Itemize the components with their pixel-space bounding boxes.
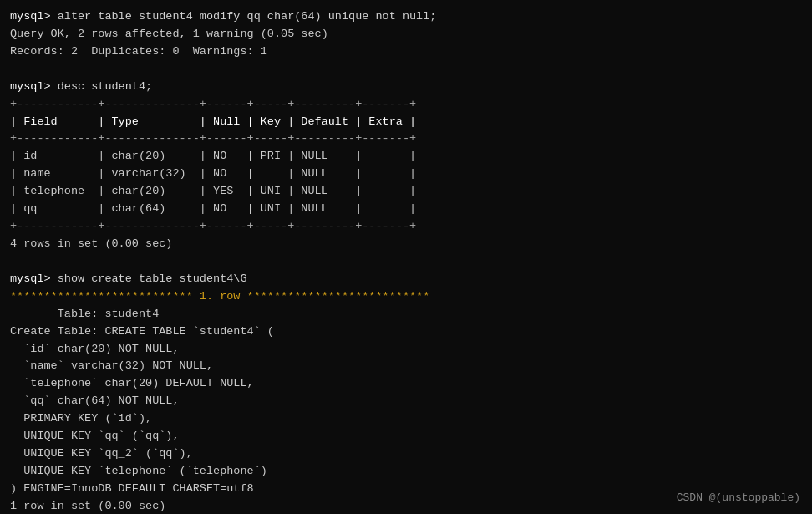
terminal-line: PRIMARY KEY (`id`), [10, 410, 802, 428]
terminal-line: +------------+--------------+------+----… [10, 96, 802, 114]
terminal-line: Query OK, 2 rows affected, 1 warning (0.… [10, 26, 802, 43]
terminal-line: UNIQUE KEY `qq` (`qq`), [10, 428, 802, 445]
terminal-content: mysql> alter table student4 modify qq ch… [10, 8, 802, 514]
terminal-line: mysql> desc student4; [10, 79, 802, 96]
terminal-line: Table: student4 [10, 306, 802, 323]
terminal-line: UNIQUE KEY `qq_2` (`qq`), [10, 445, 802, 463]
terminal-line: | Field | Type | Null | Key | Default | … [10, 114, 802, 131]
terminal-line: +------------+--------------+------+----… [10, 218, 802, 236]
terminal-line: `telephone` char(20) DEFAULT NULL, [10, 375, 802, 393]
terminal-line: *************************** 1. row *****… [10, 288, 802, 306]
terminal-line: +------------+--------------+------+----… [10, 130, 802, 148]
terminal-line [10, 253, 802, 271]
terminal-line [10, 61, 802, 79]
terminal-window[interactable]: mysql> alter table student4 modify qq ch… [0, 0, 812, 514]
terminal-line: mysql> alter table student4 modify qq ch… [10, 8, 802, 26]
watermark: CSDN @(unstoppable) [677, 491, 800, 504]
terminal-line: | telephone | char(20) | YES | UNI | NUL… [10, 183, 802, 201]
terminal-line: | id | char(20) | NO | PRI | NULL | | [10, 148, 802, 165]
terminal-line: | name | varchar(32) | NO | | NULL | | [10, 165, 802, 183]
terminal-line: Records: 2 Duplicates: 0 Warnings: 1 [10, 43, 802, 61]
terminal-line: 4 rows in set (0.00 sec) [10, 236, 802, 253]
terminal-line: Create Table: CREATE TABLE `student4` ( [10, 323, 802, 341]
terminal-line: UNIQUE KEY `telephone` (`telephone`) [10, 463, 802, 481]
terminal-line: `name` varchar(32) NOT NULL, [10, 358, 802, 375]
terminal-line: mysql> show create table student4\G [10, 271, 802, 288]
terminal-line: `id` char(20) NOT NULL, [10, 341, 802, 359]
terminal-line: | qq | char(64) | NO | UNI | NULL | | [10, 201, 802, 218]
terminal-line: `qq` char(64) NOT NULL, [10, 393, 802, 410]
